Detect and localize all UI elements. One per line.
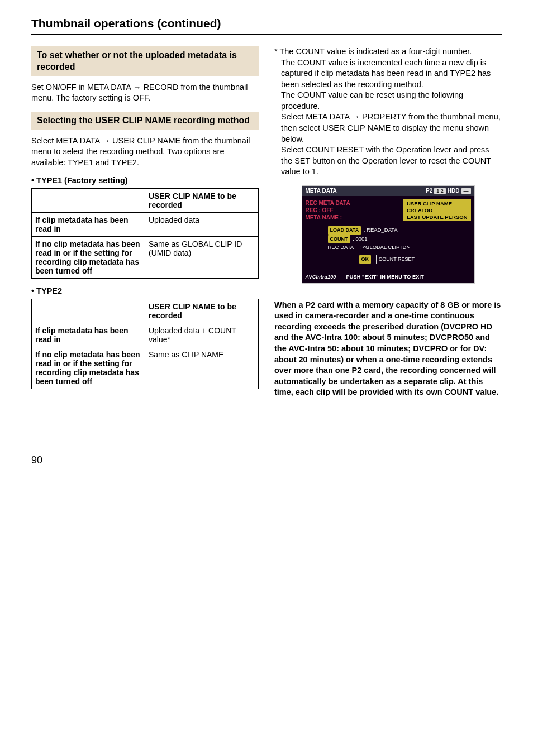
table-type1-row2-label: If no clip metadata has been read in or … (32, 237, 145, 279)
scr-userclip-l3: LAST UPDATE PERSON (407, 214, 468, 221)
scr-count-value: : 0001 (353, 236, 367, 242)
scr-meta-l1: REC META DATA (306, 199, 400, 207)
table-type2-row1-value: Uploaded data + COUNT value* (145, 323, 259, 347)
subheading-upload-metadata: To set whether or not the uploaded metad… (31, 46, 259, 76)
scr-count-button[interactable]: COUNT (328, 235, 350, 243)
page-number: 90 (31, 454, 502, 466)
scr-count-reset-button[interactable]: COUNT RESET (376, 255, 417, 264)
footnote-block: * The COUNT value is indicated as a four… (274, 46, 502, 178)
table-type2-header-blank (32, 299, 145, 323)
scr-titlebar: META DATA P2 1 2 HDD — (302, 186, 474, 196)
table-type2: USER CLIP NAME to be recorded If clip me… (31, 299, 259, 389)
scr-brand: AVCIntra100 (306, 274, 336, 280)
footnote-p4: Select COUNT RESET with the Operation le… (274, 145, 502, 178)
scr-title: META DATA (306, 188, 337, 194)
table-type2-row1-label: If clip metadata has been read in (32, 323, 145, 347)
table-type1-row2-value: Same as GLOBAL CLIP ID (UMID data) (145, 237, 259, 279)
scr-exit-msg: PUSH "EXIT" IN MENU TO EXIT (346, 274, 424, 280)
footnote-star-line: * The COUNT value is indicated as a four… (274, 47, 472, 56)
title-rule-thin (31, 36, 502, 36)
subheading-userclipname-method: Selecting the USER CLIP NAME recording m… (31, 112, 259, 130)
scr-rec-data-label: REC DATA (328, 244, 354, 250)
scr-userclip-l2: CREATOR (407, 207, 468, 214)
scr-rec-data-value: : <GLOBAL CLIP ID> (359, 244, 410, 250)
bullet-type1: TYPE1 (Factory setting) (31, 176, 259, 185)
scr-userclip-l1: USER CLIP NAME (407, 200, 468, 207)
table-type1-header-blank (32, 189, 145, 213)
note-block: When a P2 card with a memory capacity of… (274, 300, 502, 398)
scr-chip-p2-label: P2 (426, 188, 432, 194)
para-upload-metadata: Set ON/OFF in META DATA → RECORD from th… (31, 82, 259, 104)
scr-meta-l3: META NAME : (306, 214, 400, 221)
table-type1-row1-value: Uploaded data (145, 213, 259, 237)
footnote-p1: The COUNT value is incremented each time… (274, 58, 502, 90)
note-divider-bottom (274, 403, 502, 403)
scr-meta-l2: REC : OFF (306, 207, 400, 214)
table-type2-row2-label: If no clip metadata has been read in or … (32, 347, 145, 389)
scr-load-data-value: : READ_DATA (364, 227, 398, 233)
scr-ok-button[interactable]: OK (359, 255, 372, 263)
scr-chip-hdd-icon: — (461, 188, 471, 194)
page-title: Thumbnail operations (continued) (31, 17, 502, 30)
table-type1-row1-label: If clip metadata has been read in (32, 213, 145, 237)
table-type1-header-value: USER CLIP NAME to be recorded (145, 189, 259, 213)
scr-chip-slots: 1 2 (434, 188, 446, 194)
scr-load-data-button[interactable]: LOAD DATA (328, 226, 361, 234)
embedded-screenshot: META DATA P2 1 2 HDD — REC META DATA (302, 185, 475, 284)
footnote-p2: The COUNT value can be reset using the f… (274, 90, 502, 112)
table-type2-row2-value: Same as CLIP NAME (145, 347, 259, 389)
right-column: * The COUNT value is indicated as a four… (274, 46, 502, 410)
note-divider-top (274, 293, 502, 293)
left-column: To set whether or not the uploaded metad… (31, 46, 259, 410)
bullet-type2: TYPE2 (31, 286, 259, 295)
footnote-p3: Select META DATA → PROPERTY from the thu… (274, 112, 502, 145)
scr-chip-hdd-label: HDD (448, 188, 460, 194)
title-rule-thick (31, 34, 502, 35)
table-type2-header-value: USER CLIP NAME to be recorded (145, 299, 259, 323)
table-type1: USER CLIP NAME to be recorded If clip me… (31, 188, 259, 279)
para-userclipname-method: Select META DATA → USER CLIP NAME from t… (31, 136, 259, 169)
